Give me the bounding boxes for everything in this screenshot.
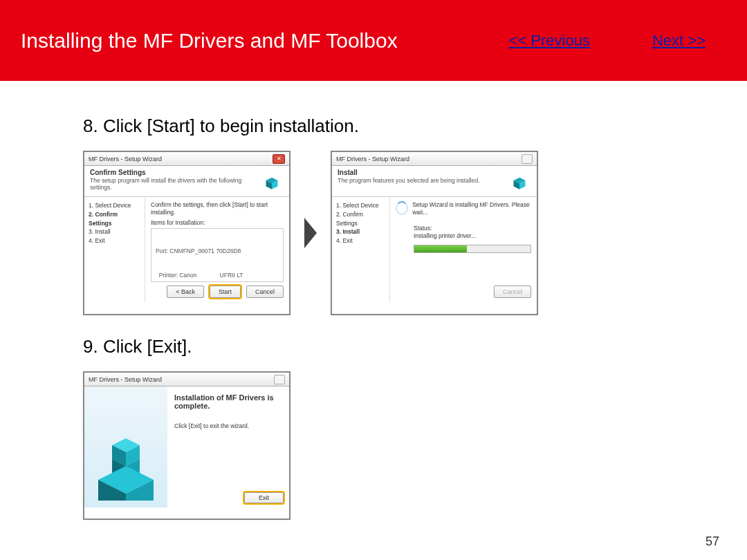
items-label: Items for Installation: [151, 219, 284, 227]
list-item: Port: CNMFNP_00071 70D26D8 [156, 248, 279, 255]
list-item: Printer: Canon UFRII LT [156, 272, 279, 279]
dialog-body: 1. Select Device 2. Confirm Settings 3. … [84, 197, 289, 302]
back-button[interactable]: < Back [167, 286, 204, 298]
wizard-step: 2. Confirm Settings [336, 210, 385, 228]
cancel-button[interactable]: Cancel [494, 286, 531, 298]
spinner-icon [396, 201, 408, 215]
complete-heading: Installation of MF Drivers is complete. [174, 393, 282, 410]
content-area: 8. Click [Start] to begin installation. … [0, 81, 747, 520]
title-bar: MF Drivers - Setup Wizard [84, 373, 289, 386]
page-number: 57 [706, 534, 719, 549]
instruction-text: Confirm the settings, then click [Start]… [151, 201, 284, 217]
dialog-body: Installation of MF Drivers is complete. … [84, 386, 289, 507]
title-bar: MF Drivers - Setup Wizard [332, 152, 537, 166]
wizard-steps-sidebar: 1. Select Device 2. Confirm Settings 3. … [84, 197, 145, 302]
page-title: Installing the MF Drivers and MF Toolbox [21, 29, 398, 53]
cube-stack-icon [98, 424, 154, 501]
section-band: Install The program features you selecte… [332, 166, 537, 197]
exit-button[interactable]: Exit [244, 492, 284, 503]
step-9-heading: 9. Click [Exit]. [83, 336, 664, 357]
step-8-heading: 8. Click [Start] to begin installation. [83, 115, 664, 137]
section-title: Confirm Settings [90, 169, 255, 176]
window-title: MF Drivers - Setup Wizard [336, 156, 409, 162]
close-icon[interactable] [274, 375, 285, 384]
dialog-body: 1. Select Device 2. Confirm Settings 3. … [332, 197, 537, 302]
section-subtitle: The program features you selected are be… [338, 177, 502, 184]
section-subtitle: The setup program will install the drive… [90, 177, 255, 191]
title-bar: MF Drivers - Setup Wizard ✕ [84, 152, 289, 166]
wizard-steps-sidebar: 1. Select Device 2. Confirm Settings 3. … [332, 197, 390, 302]
nav-links: << Previous Next >> [509, 32, 706, 50]
dialog-main: Setup Wizard is installing MF Drivers. P… [390, 197, 537, 302]
close-icon[interactable] [522, 154, 533, 164]
cube-icon [260, 169, 284, 192]
start-button[interactable]: Start [210, 286, 241, 298]
next-link[interactable]: Next >> [652, 32, 706, 50]
install-complete-dialog: MF Drivers - Setup Wizard [83, 371, 290, 520]
cancel-button[interactable]: Cancel [246, 286, 284, 298]
section-band: Confirm Settings The setup program will … [84, 166, 289, 197]
install-message: Setup Wizard is installing MF Drivers. P… [412, 201, 531, 217]
complete-sub: Click [Exit] to exit the wizard. [174, 422, 282, 429]
install-progress-dialog: MF Drivers - Setup Wizard Install The pr… [331, 151, 538, 315]
wizard-step: 2. Confirm Settings [89, 210, 140, 228]
page: Installing the MF Drivers and MF Toolbox… [0, 0, 747, 560]
wizard-step: 4. Exit [89, 236, 140, 245]
close-icon[interactable]: ✕ [273, 154, 285, 164]
wizard-step: 4. Exit [336, 236, 385, 245]
confirm-settings-dialog: MF Drivers - Setup Wizard ✕ Confirm Sett… [83, 151, 290, 315]
button-row: Cancel [494, 286, 531, 298]
wizard-step: 1. Select Device [336, 201, 385, 210]
button-row: Exit [244, 492, 284, 503]
items-listbox[interactable]: Port: CNMFNP_00071 70D26D8 Printer: Cano… [151, 228, 284, 282]
step-8-row: MF Drivers - Setup Wizard ✕ Confirm Sett… [83, 151, 664, 315]
status-text: Installing printer driver... [414, 232, 531, 240]
hero-panel [84, 386, 167, 507]
cube-icon [508, 169, 531, 192]
dialog-main: Confirm the settings, then click [Start]… [145, 197, 289, 302]
page-header: Installing the MF Drivers and MF Toolbox… [0, 0, 747, 81]
window-title: MF Drivers - Setup Wizard [89, 156, 162, 162]
progress-bar [414, 245, 531, 253]
section-title: Install [338, 169, 502, 176]
arrow-right-icon [304, 218, 317, 248]
previous-link[interactable]: << Previous [509, 32, 590, 50]
status-label: Status: [414, 225, 531, 232]
dialog-main: Installation of MF Drivers is complete. … [167, 386, 289, 507]
button-row: < Back Start Cancel [167, 286, 284, 298]
wizard-step: 1. Select Device [89, 201, 140, 210]
window-title: MF Drivers - Setup Wizard [89, 376, 162, 383]
wizard-step: 3. Install [336, 227, 385, 236]
wizard-step: 3. Install [89, 227, 140, 236]
